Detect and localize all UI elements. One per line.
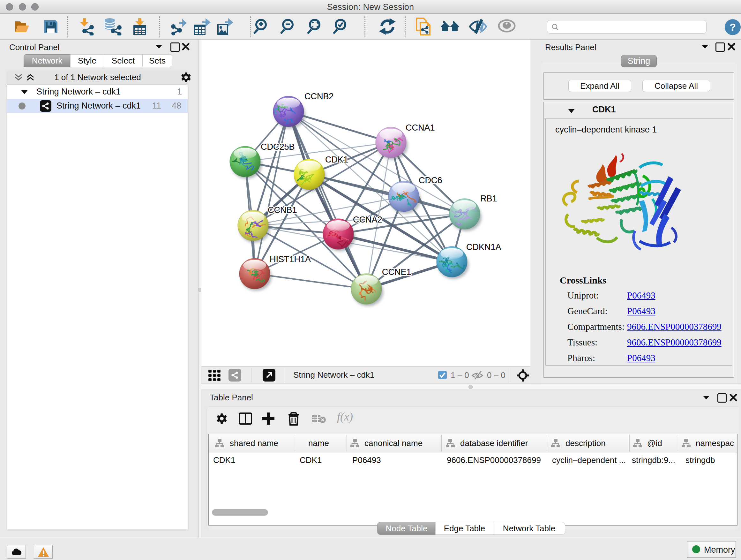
svg-text:CCNA1: CCNA1: [406, 123, 435, 132]
svg-text:CDKN1A: CDKN1A: [466, 242, 501, 252]
svg-text:CCNB1: CCNB1: [268, 205, 297, 215]
svg-text:CDC25B: CDC25B: [261, 142, 295, 152]
svg-text:HIST1H1A: HIST1H1A: [270, 254, 311, 264]
svg-text:CDC6: CDC6: [419, 176, 442, 185]
svg-text:CDK1: CDK1: [325, 155, 348, 165]
svg-text:CCNA2: CCNA2: [353, 215, 382, 225]
svg-text:RB1: RB1: [480, 194, 497, 203]
svg-text:CCNE1: CCNE1: [382, 267, 411, 277]
svg-text:CCNB2: CCNB2: [305, 91, 334, 101]
svg-text:?: ?: [730, 21, 736, 33]
